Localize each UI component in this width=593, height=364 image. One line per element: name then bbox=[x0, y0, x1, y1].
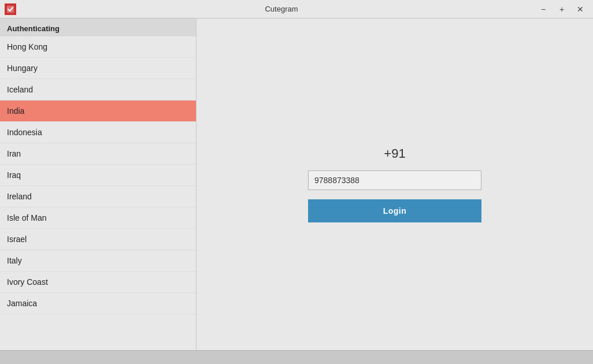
country-item[interactable]: Indonesia bbox=[0, 122, 196, 143]
country-item[interactable]: Italy bbox=[0, 250, 196, 272]
status-bar bbox=[0, 350, 593, 364]
login-panel: +91 Login bbox=[197, 18, 593, 350]
country-item[interactable]: Ireland bbox=[0, 186, 196, 207]
window-title: Cutegram bbox=[28, 5, 535, 13]
phone-code: +91 bbox=[384, 146, 405, 161]
country-list: Hong KongHungaryIcelandIndiaIndonesiaIra… bbox=[0, 36, 196, 314]
country-item[interactable]: India bbox=[0, 101, 196, 122]
close-button[interactable]: ✕ bbox=[572, 2, 588, 16]
phone-input[interactable] bbox=[308, 170, 481, 190]
country-item[interactable]: Hong Kong bbox=[0, 36, 196, 58]
country-item[interactable]: Israel bbox=[0, 229, 196, 250]
minimize-button[interactable]: − bbox=[535, 2, 551, 16]
country-item[interactable]: Ivory Coast bbox=[0, 272, 196, 293]
login-button[interactable]: Login bbox=[308, 199, 481, 222]
country-item[interactable]: Iran bbox=[0, 143, 196, 165]
country-list-panel: Authenticating Hong KongHungaryIcelandIn… bbox=[0, 18, 197, 350]
maximize-button[interactable]: + bbox=[554, 2, 570, 16]
main-content: Authenticating Hong KongHungaryIcelandIn… bbox=[0, 18, 593, 350]
section-header: Authenticating bbox=[0, 18, 196, 36]
country-item[interactable]: Iraq bbox=[0, 165, 196, 186]
app-icon bbox=[5, 3, 16, 15]
country-item[interactable]: Jamaica bbox=[0, 293, 196, 314]
title-bar-left bbox=[5, 3, 28, 15]
title-bar: Cutegram − + ✕ bbox=[0, 0, 593, 18]
window-controls: − + ✕ bbox=[535, 2, 588, 16]
country-item[interactable]: Iceland bbox=[0, 79, 196, 101]
country-item[interactable]: Isle of Man bbox=[0, 207, 196, 229]
country-item[interactable]: Hungary bbox=[0, 58, 196, 79]
